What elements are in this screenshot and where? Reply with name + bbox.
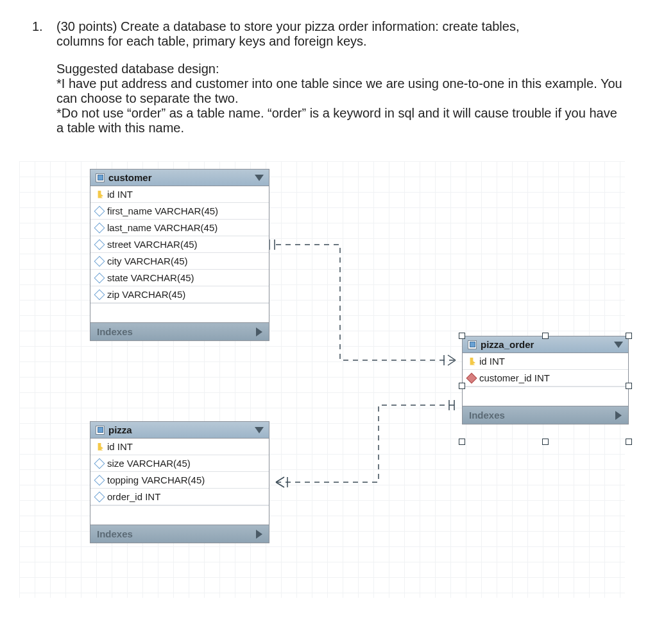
column-text: city VARCHAR(45) <box>107 256 188 266</box>
diamond-icon <box>94 222 105 233</box>
indexes-section[interactable]: Indexes <box>90 525 269 543</box>
question-block: 1. (30 points) Create a database to stor… <box>32 19 625 148</box>
design-note-1: *I have put address and customer into on… <box>56 76 622 105</box>
column-row[interactable]: id INT <box>463 353 628 370</box>
question-number: 1. <box>32 19 47 148</box>
diamond-icon <box>94 239 105 250</box>
column-text: zip VARCHAR(45) <box>107 289 185 300</box>
er-diagram-canvas[interactable]: customer id INT first_name VARCHAR(45) l… <box>19 161 625 598</box>
collapse-icon[interactable] <box>614 342 623 348</box>
column-text: id INT <box>107 441 133 452</box>
column-text: topping VARCHAR(45) <box>107 474 205 485</box>
key-icon <box>96 443 103 451</box>
question-text: (30 points) Create a database to store y… <box>56 19 625 148</box>
column-text: state VARCHAR(45) <box>107 272 194 283</box>
column-text: order_id INT <box>107 491 160 502</box>
collapse-icon[interactable] <box>255 175 264 181</box>
column-text: last_name VARCHAR(45) <box>107 222 218 233</box>
column-row[interactable]: first_name VARCHAR(45) <box>90 203 269 220</box>
table-icon <box>96 426 105 435</box>
table-icon <box>96 173 105 182</box>
column-row[interactable]: street VARCHAR(45) <box>90 236 269 253</box>
diamond-icon <box>94 256 105 266</box>
spacer <box>90 303 269 322</box>
selection-handle[interactable] <box>459 333 465 339</box>
expand-icon[interactable] <box>256 530 262 539</box>
diamond-icon <box>94 205 105 216</box>
suggested-heading: Suggested database design: <box>56 62 219 76</box>
expand-icon[interactable] <box>615 411 622 420</box>
column-row[interactable]: last_name VARCHAR(45) <box>90 220 269 236</box>
column-text: customer_id INT <box>479 372 550 383</box>
collapse-icon[interactable] <box>255 427 264 433</box>
column-row[interactable]: state VARCHAR(45) <box>90 270 269 286</box>
table-title: customer <box>108 172 152 183</box>
spacer <box>90 505 269 525</box>
table-title: pizza <box>108 424 132 435</box>
key-icon <box>468 358 475 365</box>
column-row[interactable]: id INT <box>90 186 269 203</box>
indexes-label: Indexes <box>97 528 133 539</box>
table-customer[interactable]: customer id INT first_name VARCHAR(45) l… <box>90 169 269 341</box>
table-title: pizza_order <box>481 339 534 350</box>
table-icon <box>468 340 477 349</box>
column-row[interactable]: order_id INT <box>90 489 269 505</box>
column-row[interactable]: zip VARCHAR(45) <box>90 286 269 303</box>
column-row[interactable]: topping VARCHAR(45) <box>90 472 269 489</box>
indexes-section[interactable]: Indexes <box>90 322 269 340</box>
selection-handle[interactable] <box>542 439 549 445</box>
key-icon <box>96 191 103 198</box>
column-text: id INT <box>479 356 505 367</box>
diamond-icon <box>94 458 105 469</box>
spacer <box>463 387 628 406</box>
indexes-label: Indexes <box>97 326 133 337</box>
selection-handle[interactable] <box>542 333 549 339</box>
table-pizza-order[interactable]: pizza_order id INT customer_id INT Index… <box>462 336 629 424</box>
column-text: id INT <box>107 189 133 200</box>
column-row[interactable]: customer_id INT <box>463 370 628 387</box>
prompt-line-2: columns for each table, primary keys and… <box>56 34 367 48</box>
table-header-pizza[interactable]: pizza <box>90 422 269 439</box>
column-row[interactable]: id INT <box>90 439 269 455</box>
indexes-section[interactable]: Indexes <box>463 406 628 424</box>
selection-handle[interactable] <box>626 333 632 339</box>
selection-handle[interactable] <box>626 383 632 389</box>
diamond-icon <box>94 272 105 283</box>
diamond-icon <box>94 474 105 485</box>
selection-handle[interactable] <box>626 439 632 445</box>
design-note-2: *Do not use “order” as a table name. “or… <box>56 106 617 135</box>
diamond-icon <box>94 289 105 300</box>
table-header-customer[interactable]: customer <box>90 170 269 186</box>
column-row[interactable]: city VARCHAR(45) <box>90 253 269 270</box>
column-text: street VARCHAR(45) <box>107 239 198 250</box>
selection-handle[interactable] <box>459 439 465 445</box>
expand-icon[interactable] <box>256 327 262 336</box>
fk-diamond-icon <box>466 372 477 383</box>
column-row[interactable]: size VARCHAR(45) <box>90 455 269 472</box>
prompt-line-1: (30 points) Create a database to store y… <box>56 19 520 33</box>
column-text: size VARCHAR(45) <box>107 458 191 469</box>
indexes-label: Indexes <box>469 410 505 421</box>
table-pizza[interactable]: pizza id INT size VARCHAR(45) topping VA… <box>90 421 269 543</box>
selection-handle[interactable] <box>459 383 465 389</box>
column-text: first_name VARCHAR(45) <box>107 205 218 216</box>
diamond-icon <box>94 491 105 502</box>
